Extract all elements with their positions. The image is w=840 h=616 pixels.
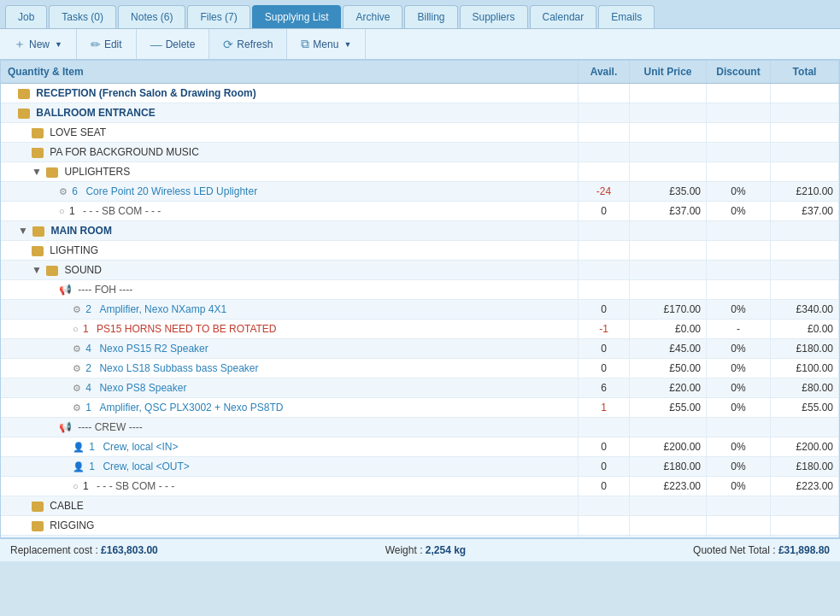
tab-supplying-list[interactable]: Supplying List — [252, 5, 342, 28]
folder-icon — [32, 521, 44, 531]
row-ps15-horns: ○ 1 PS15 HORNS NEED TO BE ROTATED — [1, 320, 579, 339]
row-crew-out: 👤 1 Crew, local <OUT> — [1, 457, 579, 477]
table-row[interactable]: RIGGING — [1, 516, 839, 536]
table-row[interactable]: 👤 1 Crew, local <IN> 0 £200.00 0% £200.0… — [1, 437, 839, 457]
row-lighting: LIGHTING — [1, 241, 579, 261]
delete-label: Delete — [166, 38, 196, 50]
menu-dropdown-icon: ▼ — [344, 40, 351, 49]
table-row[interactable]: ⚙ 1 Amplifier, QSC PLX3002 + Nexo PS8TD … — [1, 398, 839, 418]
delete-button[interactable]: — Delete — [137, 29, 210, 59]
tab-archive[interactable]: Archive — [343, 5, 402, 28]
table-row[interactable]: LIGHTING — [1, 241, 839, 261]
table-row[interactable]: ⚙ 6 Core Point 20 Wireless LED Uplighter… — [1, 182, 839, 202]
folder-icon — [32, 148, 44, 158]
tab-job[interactable]: Job — [5, 5, 47, 28]
gear-icon: ⚙ — [73, 343, 81, 354]
table-row[interactable]: ○ 1 - - - SB COM - - - 0 £37.00 0% £37.0… — [1, 202, 839, 221]
circle-icon: ○ — [59, 206, 65, 216]
table-row[interactable]: ▼ UPLIGHTERS — [1, 162, 839, 182]
row-crew-in: 👤 1 Crew, local <IN> — [1, 437, 579, 457]
top-tabs: Job Tasks (0) Notes (6) Files (7) Supply… — [0, 0, 840, 29]
menu-label: Menu — [313, 38, 338, 50]
supplying-list-table: Quantity & Item Avail. Unit Price Discou… — [0, 60, 840, 538]
col-header-unit-price: Unit Price — [630, 61, 707, 84]
tab-billing[interactable]: Billing — [404, 5, 457, 28]
new-button[interactable]: ＋ New ▼ — [0, 29, 77, 59]
collapse-icon: ▼ — [32, 166, 42, 178]
row-foh-header: 📢 ---- FOH ---- — [1, 280, 579, 300]
row-core-point: ⚙ 6 Core Point 20 Wireless LED Uplighter — [1, 182, 579, 202]
folder-icon — [32, 128, 44, 138]
row-amp-nxamp: ⚙ 2 Amplifier, Nexo NXamp 4X1 — [1, 300, 579, 320]
circle-icon: ○ — [73, 324, 79, 334]
table-row[interactable]: ▼ SOUND — [1, 261, 839, 280]
table-row[interactable]: ▼ MAIN ROOM — [1, 221, 839, 241]
col-header-item: Quantity & Item — [1, 61, 579, 84]
menu-button[interactable]: ⧉ Menu ▼ — [287, 29, 366, 59]
table-row[interactable]: ○ 1 - - - SB COM - - - 0 £223.00 0% £223… — [1, 477, 839, 496]
folder-icon — [32, 502, 44, 512]
gear-icon: ⚙ — [73, 383, 81, 393]
row-uplighters: ▼ UPLIGHTERS — [1, 162, 579, 182]
copy-icon: ⧉ — [301, 37, 309, 51]
replacement-cost: Replacement cost : £163,803.00 — [10, 544, 158, 556]
folder-icon — [32, 226, 44, 237]
table-row[interactable]: 👤 1 Crew, local <OUT> 0 £180.00 0% £180.… — [1, 457, 839, 477]
table-row[interactable]: ⚙ 4 Nexo PS8 Speaker 6 £20.00 0% £80.00 — [1, 378, 839, 398]
minus-icon: — — [150, 38, 162, 51]
new-label: New — [29, 38, 50, 50]
table-row[interactable]: ⚙ 2 Amplifier, Nexo NXamp 4X1 0 £170.00 … — [1, 300, 839, 320]
table-row[interactable]: ⚙ 4 Nexo PS15 R2 Speaker 0 £45.00 0% £18… — [1, 339, 839, 359]
row-nexo-ps8: ⚙ 4 Nexo PS8 Speaker — [1, 378, 579, 398]
collapse-icon: ▼ — [32, 264, 42, 276]
quoted-net-total: Quoted Net Total : £31,898.80 — [693, 544, 830, 556]
refresh-button[interactable]: ⟳ Refresh — [209, 29, 287, 59]
table-row[interactable]: BALLROOM ENTRANCE — [1, 103, 839, 123]
row-pa-background: PA FOR BACKGROUND MUSIC — [1, 143, 579, 162]
table-row[interactable]: CABLE — [1, 496, 839, 516]
table-row[interactable]: ⚙ 2 Nexo LS18 Subbass bass Speaker 0 £50… — [1, 359, 839, 378]
folder-icon — [18, 89, 30, 99]
table-row[interactable]: 📢 ---- FOH ---- — [1, 280, 839, 300]
weight: Weight : 2,254 kg — [385, 544, 467, 556]
tab-files[interactable]: Files (7) — [187, 5, 250, 28]
row-amp-qsc: ⚙ 1 Amplifier, QSC PLX3002 + Nexo PS8TD — [1, 398, 579, 418]
collapse-icon: ▼ — [18, 225, 28, 237]
person-icon: 👤 — [73, 461, 85, 472]
tab-suppliers[interactable]: Suppliers — [460, 5, 528, 28]
col-header-discount: Discount — [707, 61, 771, 84]
col-header-total: Total — [771, 61, 839, 84]
row-sound: ▼ SOUND — [1, 261, 579, 280]
table-row[interactable]: 📢 ---- CREW ---- — [1, 418, 839, 437]
tab-tasks[interactable]: Tasks (0) — [49, 5, 116, 28]
row-sb-com-2: ○ 1 - - - SB COM - - - — [1, 477, 579, 496]
row-nexo-ls18: ⚙ 2 Nexo LS18 Subbass bass Speaker — [1, 359, 579, 378]
refresh-icon: ⟳ — [223, 38, 233, 51]
gear-icon: ⚙ — [59, 186, 68, 197]
table-row[interactable]: LOVE SEAT — [1, 123, 839, 143]
edit-button[interactable]: ✏ Edit — [77, 29, 137, 59]
tab-notes[interactable]: Notes (6) — [118, 5, 185, 28]
row-main-room: ▼ MAIN ROOM — [1, 221, 579, 241]
gear-icon: ⚙ — [73, 363, 81, 373]
row-crew-header: 📢 ---- CREW ---- — [1, 418, 579, 437]
folder-icon — [18, 109, 30, 119]
gear-icon: ⚙ — [73, 304, 81, 314]
row-love-seat: LOVE SEAT — [1, 123, 579, 143]
new-dropdown-icon: ▼ — [55, 40, 62, 49]
table-row[interactable]: PA FOR BACKGROUND MUSIC — [1, 143, 839, 162]
table-row[interactable]: RECEPTION (French Salon & Drawing Room) — [1, 84, 839, 103]
folder-icon — [46, 266, 58, 276]
plus-icon: ＋ — [14, 37, 26, 52]
folder-icon — [32, 246, 44, 256]
tab-calendar[interactable]: Calendar — [530, 5, 597, 28]
refresh-label: Refresh — [237, 38, 273, 50]
col-header-avail: Avail. — [579, 61, 630, 84]
row-cable: CABLE — [1, 496, 579, 516]
table-row[interactable]: ○ 1 PS15 HORNS NEED TO BE ROTATED -1 £0.… — [1, 320, 839, 339]
row-nexo-ps15: ⚙ 4 Nexo PS15 R2 Speaker — [1, 339, 579, 359]
row-reception: RECEPTION (French Salon & Drawing Room) — [1, 84, 579, 103]
folder-icon — [46, 167, 58, 178]
tab-emails[interactable]: Emails — [598, 5, 655, 28]
row-rigging: RIGGING — [1, 516, 579, 536]
